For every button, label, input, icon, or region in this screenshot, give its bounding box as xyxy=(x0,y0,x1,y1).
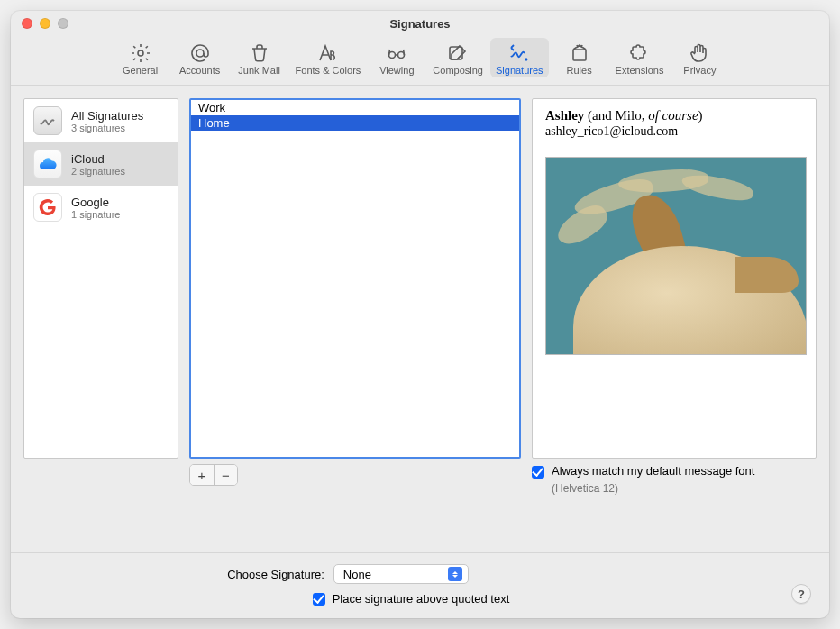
preview-options: Always match my default message font (He… xyxy=(532,459,817,552)
tab-label: Extensions xyxy=(616,65,664,76)
account-title: iCloud xyxy=(71,152,125,166)
chevron-updown-icon xyxy=(448,567,462,581)
svg-point-0 xyxy=(138,50,143,56)
titlebar: Signatures xyxy=(11,11,829,36)
place-above-label: Place signature above quoted text xyxy=(333,592,510,606)
tab-label: Fonts & Colors xyxy=(296,65,361,76)
account-item-icloud[interactable]: iCloud 2 signatures xyxy=(24,142,178,186)
signatures-toolbar: + − xyxy=(189,459,521,552)
preview-image xyxy=(545,157,807,355)
account-title: All Signatures xyxy=(71,109,143,123)
tab-label: Rules xyxy=(567,65,592,76)
tab-general[interactable]: General xyxy=(112,38,169,77)
place-above-checkbox[interactable] xyxy=(313,593,325,606)
tab-composing[interactable]: Composing xyxy=(427,38,488,77)
signature-badge-icon xyxy=(33,106,62,135)
svg-point-1 xyxy=(196,50,204,57)
glasses-icon xyxy=(384,41,409,65)
tab-privacy[interactable]: Privacy xyxy=(671,38,728,77)
tab-label: General xyxy=(123,65,158,76)
account-item-all[interactable]: All Signatures 3 signatures xyxy=(24,99,178,142)
tab-signatures[interactable]: Signatures xyxy=(490,38,549,77)
add-remove-group: + − xyxy=(189,464,238,486)
tab-rules[interactable]: Rules xyxy=(551,38,608,77)
google-icon xyxy=(33,193,62,222)
signature-icon xyxy=(507,41,532,65)
tab-label: Composing xyxy=(433,65,483,76)
tab-label: Accounts xyxy=(179,65,220,76)
preview-email: ashley_rico1@icloud.com xyxy=(545,124,803,139)
window-title: Signatures xyxy=(11,17,829,31)
choose-signature-select[interactable]: None xyxy=(333,564,469,584)
preview-name-italic: of course xyxy=(648,108,698,123)
gear-icon xyxy=(128,41,153,65)
account-item-google[interactable]: Google 1 signature xyxy=(24,186,178,229)
hand-icon xyxy=(687,41,712,65)
footer: Choose Signature: None Place signature a… xyxy=(11,552,829,618)
font-icon xyxy=(315,41,341,65)
tab-label: Viewing xyxy=(379,65,414,76)
content-area: All Signatures 3 signatures iCloud 2 sig… xyxy=(11,86,829,552)
match-font-sub: (Helvetica 12) xyxy=(552,482,817,495)
tab-viewing[interactable]: Viewing xyxy=(368,38,425,77)
icloud-icon xyxy=(33,150,62,178)
tab-accounts[interactable]: Accounts xyxy=(171,38,229,77)
choose-signature-value: None xyxy=(343,568,371,581)
match-font-checkbox[interactable] xyxy=(532,466,544,479)
signatures-list[interactable]: Work Home xyxy=(189,98,521,459)
trash-icon xyxy=(247,41,272,65)
signature-preview[interactable]: Ashley (and Milo, of course) ashley_rico… xyxy=(532,98,817,459)
signature-item-home[interactable]: Home xyxy=(191,115,519,131)
svg-rect-5 xyxy=(573,50,586,60)
choose-signature-label: Choose Signature: xyxy=(227,568,324,581)
accounts-list: All Signatures 3 signatures iCloud 2 sig… xyxy=(23,98,178,459)
preview-name-rest2: ) xyxy=(698,108,703,123)
account-title: Google xyxy=(71,196,120,209)
tab-label: Signatures xyxy=(496,65,543,76)
tab-label: Privacy xyxy=(683,65,716,76)
preferences-toolbar: General Accounts Junk Mail Fonts & Color… xyxy=(11,36,829,86)
preferences-window: Signatures General Accounts Junk Mail Fo… xyxy=(11,11,829,618)
at-icon xyxy=(187,41,213,65)
tab-junk-mail[interactable]: Junk Mail xyxy=(231,38,288,77)
compose-icon xyxy=(445,41,470,65)
preview-name-rest: (and Milo, xyxy=(584,108,648,123)
account-subtitle: 3 signatures xyxy=(71,123,143,133)
puzzle-icon xyxy=(626,41,652,65)
account-subtitle: 1 signature xyxy=(71,209,120,220)
preview-name-bold: Ashley xyxy=(545,108,584,123)
help-button[interactable]: ? xyxy=(791,584,811,604)
tab-label: Junk Mail xyxy=(238,65,279,76)
tab-fonts-colors[interactable]: Fonts & Colors xyxy=(290,38,367,77)
rules-icon xyxy=(567,41,592,65)
add-signature-button[interactable]: + xyxy=(190,465,214,485)
account-subtitle: 2 signatures xyxy=(71,166,125,177)
signature-item-work[interactable]: Work xyxy=(191,100,519,115)
remove-signature-button[interactable]: − xyxy=(214,465,237,485)
tab-extensions[interactable]: Extensions xyxy=(610,38,670,77)
match-font-label: Always match my default message font xyxy=(552,464,754,478)
preview-name-line: Ashley (and Milo, of course) xyxy=(545,108,803,123)
